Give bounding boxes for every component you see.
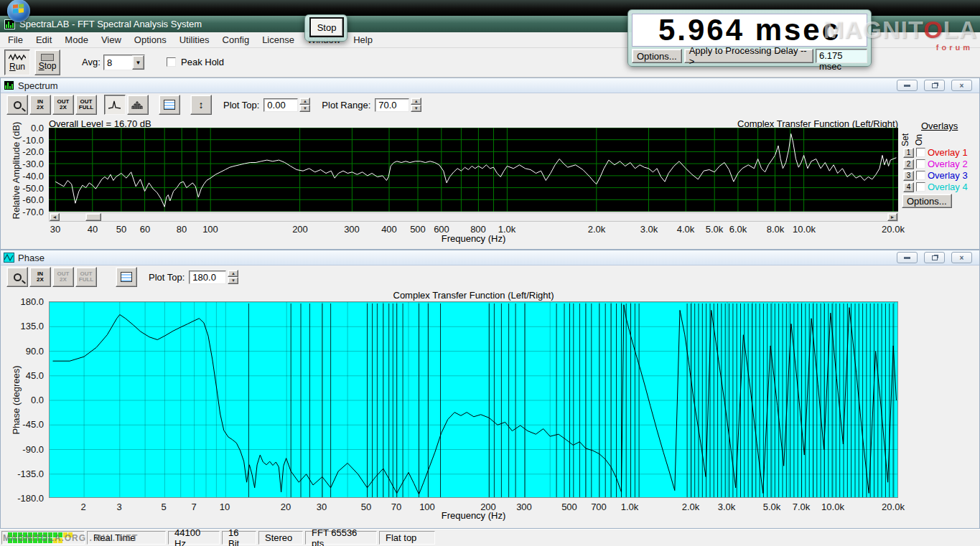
settings-icon — [121, 272, 132, 282]
stop-button[interactable]: Stop — [34, 50, 60, 75]
plot-range-spinner[interactable]: ▲▼ — [411, 98, 421, 112]
y-tick-label: -30.0 — [22, 159, 44, 169]
overlay-3-label: Overlay 3 — [928, 170, 968, 181]
zoom-out-full-button[interactable]: OUTFULL — [75, 95, 97, 115]
scrollbar-thumb[interactable] — [85, 213, 101, 221]
y-tick-label: 0.0 — [31, 123, 44, 133]
plot-top-field[interactable]: 0.00 — [263, 98, 298, 112]
y-tick-label: -40.0 — [22, 171, 44, 182]
phase-caption: Phase × — [1, 250, 979, 265]
plot-top-spinner[interactable]: ▲▼ — [299, 98, 310, 112]
minimize-button[interactable] — [897, 80, 918, 91]
delay-options-button[interactable]: Options... — [632, 49, 682, 63]
run-button[interactable]: RRunun — [4, 50, 30, 75]
menu-config[interactable]: Config — [216, 32, 256, 47]
close-button[interactable]: × — [951, 80, 972, 91]
spectrum-caption: Spectrum × — [1, 78, 979, 93]
plot-options-button[interactable] — [116, 267, 137, 287]
statusbar: Real Time 44100 Hz 16 Bit Stereo FFT 655… — [0, 529, 980, 546]
app-title: SpectraLAB - FFT Spectral Analysis Syste… — [19, 19, 202, 29]
phase-chart-title: Complex Transfer Function (Left/Right) — [49, 290, 898, 301]
phase-x-axis-title: Frequency (Hz) — [49, 510, 898, 521]
peak-hold-checkbox[interactable] — [167, 57, 176, 67]
overlay-row-4: 4 Overlay 4 — [903, 182, 968, 192]
zoom-icon[interactable] — [6, 267, 28, 287]
restore-button[interactable] — [924, 252, 945, 263]
close-button[interactable]: × — [951, 252, 972, 263]
phase-toolbar: IN2X OUT2X OUTFULL Plot Top: 180.0 ▲▼ — [1, 265, 979, 287]
y-tick-label: -45.0 — [22, 419, 44, 430]
watermark-bottom: MAGNITOLA.ORG . RU . NET — [3, 533, 138, 543]
menu-edit[interactable]: Edit — [29, 32, 58, 47]
minimize-button[interactable] — [897, 252, 918, 263]
y-tick-label: 90.0 — [26, 346, 44, 357]
spectrum-title: Spectrum — [18, 80, 58, 91]
avg-select[interactable]: 8 ▼ — [103, 55, 145, 70]
overlay-row-2: 2 Overlay 2 — [903, 159, 968, 169]
vertical-arrows-icon: ↕ — [199, 100, 204, 110]
y-tick-label: -90.0 — [22, 444, 44, 455]
menu-mode[interactable]: Mode — [58, 32, 95, 47]
spectrum-panel-icon — [4, 80, 14, 90]
spectrum-scrollbar[interactable]: ◄ ► — [49, 212, 898, 222]
plot-range-label: Plot Range: — [322, 100, 370, 110]
y-tick-label: -60.0 — [22, 194, 44, 205]
scroll-left-icon[interactable]: ◄ — [50, 213, 60, 221]
overlay-1-set-button[interactable]: 1 — [903, 148, 914, 158]
overlay-3-checkbox[interactable] — [916, 171, 925, 180]
start-button[interactable] — [7, 0, 30, 22]
status-fft-size: FFT 65536 pts — [305, 531, 377, 545]
phase-y-ticks: 180.0135.090.045.00.0-45.0-90.0-135.0-18… — [11, 301, 46, 498]
phase-panel-icon — [4, 253, 14, 263]
y-tick-label: 135.0 — [20, 321, 44, 331]
menu-help[interactable]: Help — [347, 32, 379, 47]
vertical-scale-button[interactable]: ↕ — [190, 95, 212, 115]
spectrum-plot[interactable] — [49, 128, 898, 212]
chevron-down-icon[interactable]: ▼ — [132, 55, 144, 70]
zoom-out-2x-button[interactable]: OUT2X — [52, 267, 74, 287]
menu-options[interactable]: Options — [128, 32, 173, 47]
phase-plot[interactable] — [49, 301, 898, 498]
overlay-2-checkbox[interactable] — [916, 159, 925, 169]
overlay-1-checkbox[interactable] — [916, 148, 925, 157]
plot-options-button[interactable] — [159, 95, 180, 115]
phase-plot-top-spinner[interactable]: ▲▼ — [228, 270, 238, 284]
bars-icon — [131, 100, 144, 110]
y-tick-label: 0.0 — [31, 395, 44, 405]
y-tick-label: -50.0 — [22, 183, 44, 194]
peak-hold-label: Peak Hold — [181, 57, 224, 67]
menu-license[interactable]: License — [256, 32, 301, 47]
y-tick-label: -20.0 — [22, 146, 44, 157]
popup-stop-button[interactable]: Stop — [310, 18, 343, 37]
scroll-right-icon[interactable]: ► — [887, 213, 897, 221]
spectrum-x-axis-title: Frequency (Hz) — [49, 233, 898, 244]
line-plot-mode-button[interactable] — [104, 95, 126, 115]
overlay-3-set-button[interactable]: 3 — [903, 171, 914, 181]
overlay-4-checkbox[interactable] — [916, 182, 925, 192]
status-channels: Stereo — [258, 531, 303, 545]
zoom-in-2x-button[interactable]: IN2X — [29, 95, 51, 115]
menu-file[interactable]: File — [1, 32, 29, 47]
overlays-options-button[interactable]: Options... — [902, 194, 952, 208]
spectrum-x-ticks: 30405060801002003004005006008001.0k2.0k3… — [49, 223, 898, 234]
settings-icon — [164, 100, 175, 110]
plot-range-field[interactable]: 70.0 — [375, 98, 409, 112]
y-tick-label: -135.0 — [17, 469, 44, 479]
overlay-2-set-button[interactable]: 2 — [903, 159, 914, 169]
zoom-out-2x-button[interactable]: OUT2X — [52, 95, 74, 115]
phase-title: Phase — [18, 253, 45, 263]
restore-button[interactable] — [924, 80, 945, 91]
zoom-out-full-button[interactable]: OUTFULL — [75, 267, 97, 287]
phase-plot-top-field[interactable]: 180.0 — [189, 270, 226, 284]
status-bit-depth: 16 Bit — [222, 531, 256, 545]
delay-field[interactable]: 6.175 msec — [816, 49, 867, 63]
overlays-heading: Overlays — [921, 121, 958, 131]
menu-view[interactable]: View — [95, 32, 128, 47]
menu-utilities[interactable]: Utilities — [173, 32, 216, 47]
apply-processing-delay-button[interactable]: Apply to Processing Delay --> — [684, 49, 813, 63]
windows-logo-icon — [13, 4, 24, 14]
overlay-4-set-button[interactable]: 4 — [903, 182, 914, 192]
bar-plot-mode-button[interactable] — [127, 95, 149, 115]
zoom-in-2x-button[interactable]: IN2X — [29, 267, 51, 287]
overlay-4-label: Overlay 4 — [928, 182, 968, 192]
